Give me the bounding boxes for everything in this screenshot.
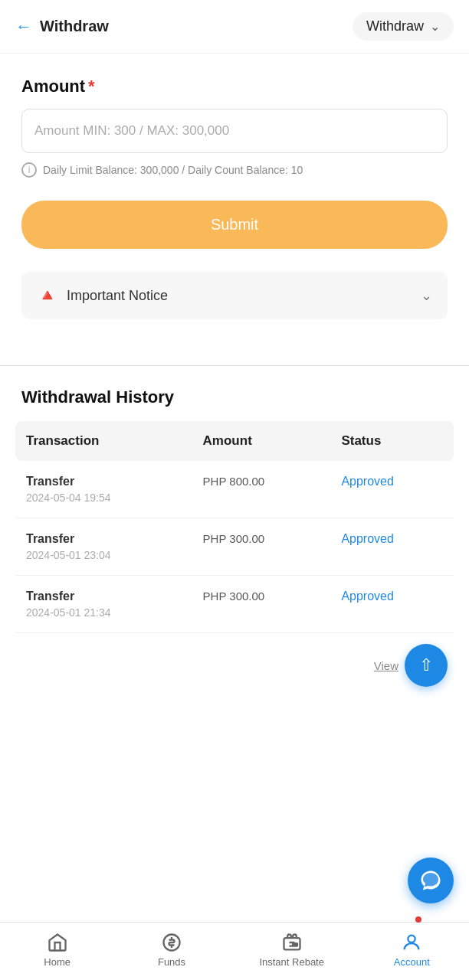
- dropdown-label: Withdraw: [366, 18, 424, 34]
- header: ← Withdraw Withdraw ⌄: [0, 0, 469, 54]
- svg-point-4: [408, 936, 415, 942]
- status-cell: Approved: [330, 518, 454, 576]
- arrow-up-icon: ⇧: [419, 655, 433, 675]
- notice-left: 🔺 Important Notice: [37, 286, 168, 305]
- view-more-row: View ⇧: [0, 633, 469, 702]
- nav-label-account: Account: [394, 956, 430, 968]
- nav-label-instant-rebate: Instant Rebate: [259, 956, 324, 968]
- status-badge: Approved: [341, 532, 394, 545]
- chat-icon: [419, 869, 442, 892]
- transaction-date: 2024-05-01 23:04: [26, 549, 182, 561]
- status-cell: Approved: [330, 576, 454, 633]
- funds-icon: [161, 932, 182, 953]
- warning-icon: 🔺: [37, 286, 57, 305]
- status-cell: Approved: [330, 461, 454, 518]
- nav-item-home[interactable]: Home: [31, 932, 84, 968]
- col-amount: Amount: [192, 421, 331, 461]
- nav-item-account[interactable]: Account: [385, 932, 438, 968]
- header-title: Withdraw: [40, 18, 109, 35]
- transaction-type: Transfer: [26, 475, 182, 488]
- table-row: Transfer 2024-05-01 23:04 PHP 300.00 App…: [15, 518, 454, 576]
- col-transaction: Transaction: [15, 421, 192, 461]
- header-dropdown[interactable]: Withdraw ⌄: [353, 12, 454, 41]
- section-divider: [0, 365, 469, 366]
- chat-button[interactable]: [408, 858, 454, 903]
- history-table: Transaction Amount Status Transfer 2024-…: [15, 421, 454, 633]
- important-notice[interactable]: 🔺 Important Notice ⌄: [21, 272, 448, 319]
- account-icon: [401, 932, 422, 953]
- home-icon: [47, 932, 68, 953]
- required-marker: *: [88, 77, 95, 96]
- amount-cell: PHP 800.00: [192, 461, 331, 518]
- withdrawal-history-title: Withdrawal History: [0, 387, 469, 407]
- chevron-down-icon: ⌄: [430, 19, 440, 34]
- table-row: Transfer 2024-05-01 21:34 PHP 300.00 App…: [15, 576, 454, 633]
- bottom-nav: Home Funds Instant Rebate Account: [0, 922, 469, 980]
- transaction-cell: Transfer 2024-05-01 21:34: [15, 576, 192, 633]
- nav-label-funds: Funds: [158, 956, 185, 968]
- table-row: Transfer 2024-05-04 19:54 PHP 800.00 App…: [15, 461, 454, 518]
- amount-label: Amount*: [21, 77, 448, 96]
- history-table-wrapper: Transaction Amount Status Transfer 2024-…: [0, 421, 469, 633]
- info-icon: i: [21, 162, 37, 178]
- daily-limit-info: i Daily Limit Balance: 300,000 / Daily C…: [21, 162, 448, 178]
- table-header: Transaction Amount Status: [15, 421, 454, 461]
- notice-label: Important Notice: [67, 288, 168, 304]
- transaction-type: Transfer: [26, 590, 182, 603]
- transaction-cell: Transfer 2024-05-01 23:04: [15, 518, 192, 576]
- transaction-type: Transfer: [26, 532, 182, 546]
- account-badge: [415, 916, 421, 923]
- notice-chevron-icon: ⌄: [421, 287, 432, 304]
- transaction-date: 2024-05-04 19:54: [26, 492, 182, 504]
- rebate-icon: [281, 932, 303, 953]
- status-badge: Approved: [341, 590, 394, 603]
- back-button[interactable]: ←: [15, 17, 32, 37]
- amount-cell: PHP 300.00: [192, 518, 331, 576]
- scroll-top-button[interactable]: ⇧: [405, 644, 448, 687]
- nav-item-funds[interactable]: Funds: [145, 932, 198, 968]
- transaction-date: 2024-05-01 21:34: [26, 606, 182, 619]
- submit-button[interactable]: Submit: [21, 201, 448, 249]
- table-body: Transfer 2024-05-04 19:54 PHP 800.00 App…: [15, 461, 454, 633]
- amount-cell: PHP 300.00: [192, 576, 331, 633]
- col-status: Status: [330, 421, 454, 461]
- nav-label-home: Home: [44, 956, 71, 968]
- svg-rect-3: [293, 943, 297, 946]
- transaction-cell: Transfer 2024-05-04 19:54: [15, 461, 192, 518]
- status-badge: Approved: [341, 475, 394, 488]
- main-content: Amount* i Daily Limit Balance: 300,000 /…: [0, 54, 469, 365]
- daily-limit-text: Daily Limit Balance: 300,000 / Daily Cou…: [43, 164, 303, 176]
- header-left: ← Withdraw: [15, 17, 109, 37]
- nav-item-instant-rebate[interactable]: Instant Rebate: [259, 932, 324, 968]
- view-more-link[interactable]: View: [374, 659, 398, 672]
- amount-input[interactable]: [21, 109, 448, 153]
